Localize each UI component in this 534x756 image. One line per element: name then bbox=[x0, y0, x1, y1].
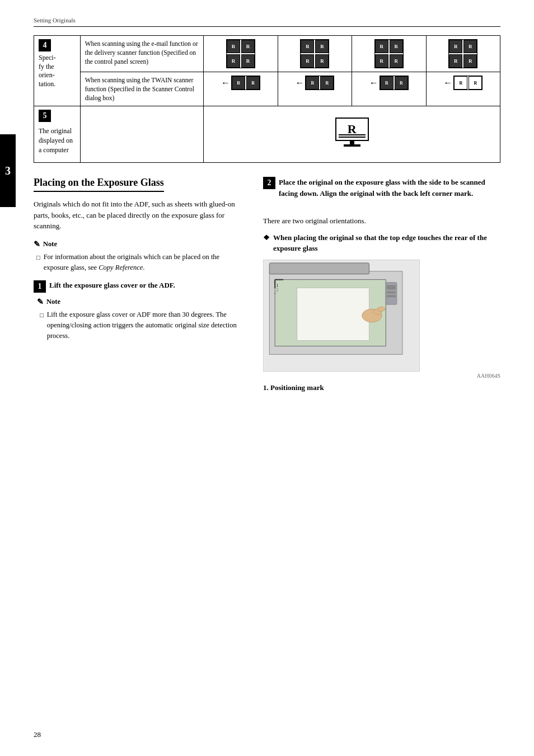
section-title: Placing on the Exposure Glass bbox=[34, 177, 164, 192]
svg-rect-4 bbox=[297, 288, 369, 340]
step1-note: ✎ Note □ Lift the exposure glass cover o… bbox=[37, 297, 246, 341]
monitor: R bbox=[335, 118, 369, 141]
step1-number: 1 bbox=[34, 280, 46, 293]
note1-item: □ For information about the originals wh… bbox=[34, 252, 246, 273]
step4-row1-desc: When scanning using the e-mail function … bbox=[80, 36, 204, 72]
table-row-4b: When scanning using the TWAIN scanner fu… bbox=[34, 72, 500, 106]
checkbox-icon: □ bbox=[36, 253, 40, 273]
icon-grid-3: R R R R bbox=[374, 39, 404, 68]
step5-cell: 5 The original displayed on a computer bbox=[34, 106, 81, 163]
svg-text:2: 2 bbox=[276, 288, 278, 293]
svg-rect-15 bbox=[387, 291, 396, 293]
computer-display: R bbox=[330, 118, 374, 151]
diamond-icon: ❖ bbox=[263, 232, 270, 254]
step4-label: Speci-fy theorien-tation. bbox=[39, 54, 76, 88]
step1-block: 1 Lift the exposure glass cover or the A… bbox=[34, 280, 246, 341]
orientations-text: There are two original orientations. bbox=[263, 215, 500, 227]
twain-icon-4: ← R R bbox=[426, 72, 500, 106]
breadcrumb: Setting Originals bbox=[34, 17, 500, 27]
twain-icon-1: ← R R bbox=[204, 72, 278, 106]
step1-note-item: □ Lift the exposure glass cover or ADF m… bbox=[37, 309, 246, 341]
icon-grid-2: R R R R bbox=[300, 39, 329, 68]
exposure-glass-image: 1 2 bbox=[263, 260, 420, 372]
svg-rect-14 bbox=[387, 285, 396, 289]
step2-heading: Place the original on the exposure glass… bbox=[279, 177, 500, 199]
bullet-item: ❖ When placing the original so that the … bbox=[263, 232, 500, 254]
svg-point-7 bbox=[377, 307, 385, 311]
step1-note-header: ✎ Note bbox=[37, 297, 246, 307]
step1-checkbox: □ bbox=[40, 311, 44, 341]
twain-icon-3: ← R R bbox=[352, 72, 426, 106]
content-area: Placing on the Exposure Glass Originals … bbox=[34, 177, 500, 392]
step2-number: 2 bbox=[263, 177, 275, 189]
note1-section: ✎ Note □ For information about the origi… bbox=[34, 240, 246, 273]
step1-heading: 1 Lift the exposure glass cover or the A… bbox=[34, 280, 246, 293]
tab-number: 3 bbox=[5, 165, 11, 177]
table-row-4: 4 Speci-fy theorien-tation. When scannin… bbox=[34, 36, 500, 72]
step2-block: 2 Place the original on the exposure gla… bbox=[263, 177, 500, 210]
left-column: Placing on the Exposure Glass Originals … bbox=[34, 177, 246, 392]
svg-rect-16 bbox=[387, 295, 396, 297]
icon-grid-1: R R R R bbox=[226, 39, 255, 68]
table-row-5: 5 The original displayed on a computer R bbox=[34, 106, 500, 163]
icon-cell-4: R R R R bbox=[426, 36, 500, 72]
step4-number: 4 bbox=[39, 39, 51, 51]
step4-cell: 4 Speci-fy theorien-tation. bbox=[34, 36, 81, 106]
icon-cell-1: R R R R bbox=[204, 36, 278, 72]
icon-cell-2: R R R R bbox=[278, 36, 352, 72]
twain-icon-2: ← R R bbox=[278, 72, 352, 106]
step5-empty bbox=[80, 106, 204, 163]
note1-header: ✎ Note bbox=[34, 240, 246, 249]
image-caption: AAH064S bbox=[263, 373, 500, 379]
computer-cell: R bbox=[204, 106, 500, 163]
step5-number: 5 bbox=[39, 110, 51, 122]
page-number: 28 bbox=[34, 730, 41, 739]
step5-label: The original displayed on a computer bbox=[39, 126, 76, 154]
positioning-mark: 1. Positioning mark bbox=[263, 383, 500, 392]
icon-cell-3: R R R R bbox=[352, 36, 426, 72]
svg-rect-3 bbox=[269, 263, 369, 274]
right-column: 2 Place the original on the exposure gla… bbox=[263, 177, 500, 392]
icon-grid-4: R R R R bbox=[448, 39, 477, 68]
note-icon: ✎ bbox=[34, 240, 40, 249]
svg-text:1: 1 bbox=[276, 282, 278, 288]
orientation-table: 4 Speci-fy theorien-tation. When scannin… bbox=[34, 35, 500, 163]
chapter-tab: 3 bbox=[0, 134, 16, 207]
intro-text: Originals which do not fit into the ADF,… bbox=[34, 199, 246, 232]
step4-row2-desc: When scanning using the TWAIN scanner fu… bbox=[80, 72, 204, 106]
step1-note-icon: ✎ bbox=[37, 297, 44, 307]
